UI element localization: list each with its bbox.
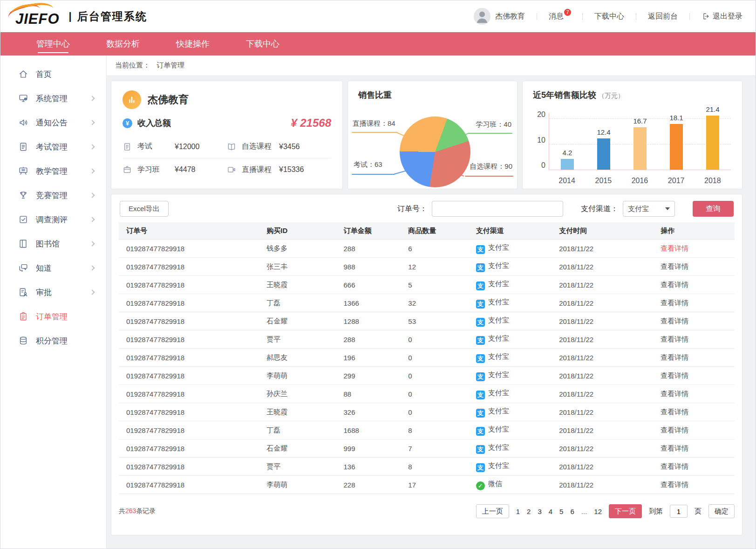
- table-row: 019287477829918李萌萌2990支支付宝2018/11/22查看详情: [119, 367, 735, 385]
- view-details-link[interactable]: 查看详情: [661, 317, 688, 325]
- user-menu[interactable]: 杰佛教育: [474, 8, 525, 25]
- order-no-input[interactable]: [432, 201, 563, 217]
- amount-cell: 988: [344, 263, 409, 271]
- buyer-cell: 孙庆兰: [266, 390, 343, 398]
- prev-page-button[interactable]: 上一页: [476, 504, 509, 518]
- y-axis-tick-label: 20: [531, 110, 545, 119]
- quantity-cell: 6: [408, 245, 476, 253]
- view-details-link[interactable]: 查看详情: [661, 299, 688, 307]
- view-details-link[interactable]: 查看详情: [661, 371, 688, 379]
- view-details-link[interactable]: 查看详情: [661, 408, 688, 416]
- bar-rect: [597, 138, 610, 170]
- buyer-cell: 石金耀: [266, 317, 343, 326]
- order-no-cell: 019287477829918: [119, 354, 266, 362]
- view-details-link[interactable]: 查看详情: [661, 281, 688, 288]
- page-number[interactable]: 6: [570, 508, 574, 515]
- buyer-cell: 石金耀: [266, 444, 343, 453]
- sales-share-card: 销售比重 学习班：40自选课程：90考试：63直播课程：84: [347, 81, 518, 189]
- sidebar-item[interactable]: 系统管理: [0, 86, 106, 110]
- view-details-link[interactable]: 查看详情: [661, 390, 688, 398]
- user-avatar[interactable]: [474, 8, 490, 25]
- amount-cell: 1688: [344, 426, 409, 434]
- view-details-link[interactable]: 查看详情: [661, 480, 688, 488]
- view-details-link[interactable]: 查看详情: [661, 244, 688, 252]
- view-details-link[interactable]: 查看详情: [661, 353, 688, 361]
- page-number[interactable]: 4: [549, 508, 552, 515]
- wechat-icon: ✓: [476, 481, 485, 490]
- excel-export-button[interactable]: Excel导出: [120, 201, 169, 217]
- channel-label: 支付宝: [488, 261, 509, 269]
- view-details-link[interactable]: 查看详情: [661, 444, 688, 452]
- summary-cards: 杰佛教育 ¥ 收入总额 ¥ 21568 考试¥12000自选课程¥3456学习班…: [111, 81, 742, 189]
- pay-time-cell: 2018/11/22: [559, 245, 661, 253]
- download-center-link[interactable]: 下载中心: [594, 12, 624, 21]
- income-item-value: ¥3456: [279, 143, 300, 151]
- logout-link[interactable]: 退出登录: [702, 12, 742, 21]
- page-number[interactable]: 3: [538, 508, 541, 515]
- buyer-cell: 钱多多: [266, 244, 343, 253]
- quantity-cell: 12: [408, 263, 476, 271]
- alipay-icon: 支: [476, 463, 485, 472]
- view-details-link[interactable]: 查看详情: [661, 426, 688, 434]
- table-row: 019287477829918石金耀9997支支付宝2018/11/22查看详情: [119, 439, 735, 458]
- approval-icon: [18, 287, 28, 297]
- sidebar-item[interactable]: 图书馆: [0, 232, 106, 256]
- view-details-link[interactable]: 查看详情: [661, 462, 688, 470]
- messages-link[interactable]: 消息 7: [549, 12, 571, 21]
- record-count: 共263条记录: [119, 507, 156, 515]
- orders-card: Excel导出 订单号： 支付渠道： 支付宝 查询 订单号购买ID订单金额商品数…: [111, 194, 742, 535]
- page-number[interactable]: 1: [516, 508, 520, 515]
- page-number[interactable]: 2: [527, 508, 531, 515]
- divider: [636, 13, 636, 20]
- callout-line: [352, 132, 397, 133]
- confirm-page-button[interactable]: 确定: [708, 504, 735, 518]
- nav-tab[interactable]: 管理中心: [18, 32, 88, 55]
- nav-tab[interactable]: 下载中心: [228, 32, 298, 55]
- table-row: 019287477829918丁磊136632支支付宝2018/11/22查看详…: [119, 294, 735, 312]
- pay-channel-select[interactable]: 支付宝: [623, 201, 675, 217]
- goto-page-input[interactable]: [670, 505, 688, 518]
- income-total-label: 收入总额: [137, 117, 171, 129]
- alipay-icon: 支: [476, 372, 485, 381]
- view-details-link[interactable]: 查看详情: [661, 335, 688, 343]
- goto-prefix: 到第: [649, 507, 663, 516]
- nav-tab[interactable]: 数据分析: [88, 32, 158, 55]
- pie-slice-value: 自选课程：90: [470, 162, 512, 170]
- column-header: 支付渠道: [476, 226, 559, 235]
- sidebar-item[interactable]: 竞赛管理: [0, 183, 106, 207]
- divider: [537, 13, 537, 20]
- amount-cell: 666: [344, 281, 409, 289]
- view-details-link[interactable]: 查看详情: [661, 262, 688, 270]
- bar: 16.7: [633, 127, 647, 170]
- amount-cell: 228: [344, 481, 409, 489]
- x-axis-tick-label: 2017: [662, 177, 690, 185]
- page-number[interactable]: 12: [594, 508, 602, 515]
- chevron-right-icon: [89, 120, 95, 125]
- x-axis-tick-label: 2014: [553, 177, 581, 185]
- sidebar-item[interactable]: 积分管理: [0, 329, 106, 353]
- search-button[interactable]: 查询: [693, 201, 734, 217]
- sidebar-item[interactable]: 知道: [0, 256, 106, 280]
- nav-tab[interactable]: 快捷操作: [158, 32, 228, 55]
- sidebar-item[interactable]: 调查测评: [0, 207, 106, 232]
- sidebar-item[interactable]: 审批: [0, 280, 106, 304]
- pay-time-cell: 2018/11/22: [559, 354, 661, 362]
- order-no-cell: 019287477829918: [119, 390, 266, 398]
- order-no-label: 订单号：: [397, 204, 427, 214]
- channel-cell: 支支付宝: [476, 334, 559, 345]
- amount-cell: 288: [344, 245, 409, 253]
- next-page-button[interactable]: 下一页: [609, 504, 642, 518]
- sidebar-item[interactable]: 通知公告: [0, 110, 106, 135]
- sidebar-item[interactable]: 教学管理: [0, 159, 106, 183]
- buyer-cell: 贾平: [266, 462, 343, 471]
- sidebar-item-label: 教学管理: [36, 166, 68, 177]
- order-no-cell: 019287477829918: [119, 481, 266, 489]
- sidebar-item[interactable]: 首页: [0, 62, 106, 86]
- divider: [582, 13, 583, 20]
- pie-callout-label: 自选课程：90: [470, 162, 512, 171]
- sidebar-item[interactable]: 订单管理: [0, 304, 106, 329]
- pay-channel-label: 支付渠道：: [581, 204, 618, 214]
- page-number[interactable]: 5: [559, 508, 563, 515]
- sidebar-item[interactable]: 考试管理: [0, 135, 106, 159]
- back-to-front-link[interactable]: 返回前台: [648, 12, 678, 21]
